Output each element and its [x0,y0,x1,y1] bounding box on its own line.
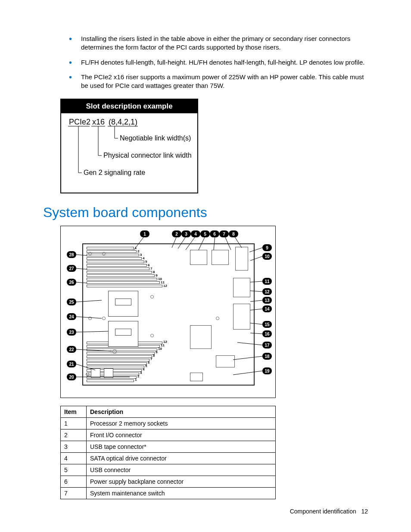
diagram-callout-20: 20 [67,373,76,380]
table-row: 6Power supply backplane connector [61,476,276,488]
diagram-callout-19: 19 [262,367,272,374]
cell-description: USB tape connector* [87,441,276,453]
slot-neg-text: (8,4,2,1) [109,118,137,126]
slot-gen-label: Gen 2 signaling rate [84,169,145,176]
slot-phys-label: Physical connector link width [103,152,192,159]
diagram-callout-3: 3 [181,230,191,237]
cell-description: SATA optical drive connector [87,453,276,464]
cell-description: Front I/O connector [87,429,276,441]
bullet-list: Installing the risers listed in the tabl… [69,34,368,90]
slot-description-example-box: Slot description example PCIe2 x16 (8,4,… [60,99,198,193]
bullet-item: The PCIe2 x16 riser supports a maximum p… [69,73,368,90]
cell-item: 1 [61,418,87,429]
diagram-callout-27: 27 [67,265,76,272]
diagram-callout-22: 22 [67,346,76,353]
slot-gen-text: PCIe2 [69,118,90,126]
cell-description: Power supply backplane connector [87,476,276,488]
diagram-callout-25: 25 [67,299,76,305]
diagram-callout-4: 4 [191,230,200,237]
diagram-callout-1: 1 [140,230,149,237]
table-row: 2Front I/O connector [61,429,276,441]
table-row: 5USB connector [61,464,276,476]
diagram-callout-16: 16 [262,330,272,337]
diagram-callout-24: 24 [67,313,76,320]
system-board-diagram: 123456789101112 123456789101112 [60,226,276,398]
slot-box-title: Slot description example [61,100,197,113]
diagram-callout-2: 2 [172,230,181,237]
cell-item: 7 [61,488,87,499]
table-row: 1Processor 2 memory sockets [61,418,276,429]
cell-item: 5 [61,464,87,476]
slot-neg-label: Negotiable link width(s) [120,134,191,142]
section-heading: System board components [43,205,368,221]
footer-page: 12 [361,508,368,515]
diagram-callout-26: 26 [67,279,76,286]
diagram-callout-18: 18 [262,353,272,360]
diagram-callout-28: 28 [67,251,76,258]
slot-description-diagram: PCIe2 x16 (8,4,2,1) Negotiable link widt… [61,113,197,187]
diagram-callout-5: 5 [200,230,210,237]
cell-item: 4 [61,453,87,464]
cell-item: 2 [61,429,87,441]
page-footer: Component identification 12 [290,508,368,515]
th-description: Description [87,406,276,418]
diagram-callout-23: 23 [67,329,76,336]
bullet-item: FL/FH denotes full-length, full-height. … [69,58,368,67]
diagram-callout-6: 6 [210,230,219,237]
components-table: Item Description 1Processor 2 memory soc… [60,406,276,499]
cell-description: System maintenance switch [87,488,276,499]
table-row: 7System maintenance switch [61,488,276,499]
diagram-callout-10: 10 [262,253,272,260]
cell-item: 3 [61,441,87,453]
diagram-callout-12: 12 [262,288,272,295]
diagram-callout-21: 21 [67,361,76,367]
cell-description: USB connector [87,464,276,476]
cell-item: 6 [61,476,87,488]
footer-section: Component identification [290,508,356,515]
th-item: Item [61,406,87,418]
bullet-item: Installing the risers listed in the tabl… [69,34,368,52]
cell-description: Processor 2 memory sockets [87,418,276,429]
table-row: 3USB tape connector* [61,441,276,453]
diagram-callout-13: 13 [262,297,272,304]
diagram-callout-15: 15 [262,321,272,328]
slot-phys-text: x16 [92,118,105,126]
diagram-callout-14: 14 [262,305,272,312]
diagram-callout-8: 8 [229,230,238,237]
diagram-callout-17: 17 [262,342,272,348]
diagram-callout-9: 9 [262,244,272,251]
table-row: 4SATA optical drive connector [61,453,276,464]
diagram-callout-7: 7 [219,230,229,237]
diagram-callout-11: 11 [262,278,272,285]
